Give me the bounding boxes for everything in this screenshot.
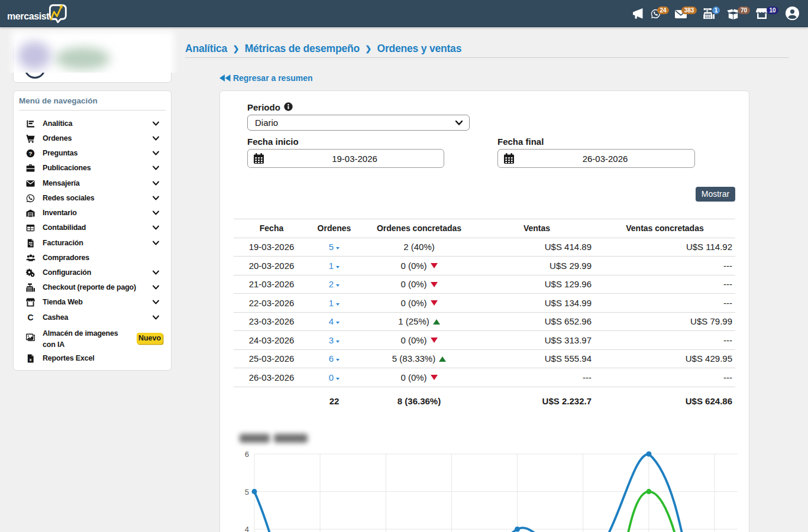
svg-text:C: C: [27, 313, 33, 322]
svg-text:6: 6: [245, 450, 249, 459]
svg-text:5: 5: [245, 488, 249, 497]
svg-text:?: ?: [28, 150, 32, 157]
svg-text:4: 4: [245, 525, 249, 532]
